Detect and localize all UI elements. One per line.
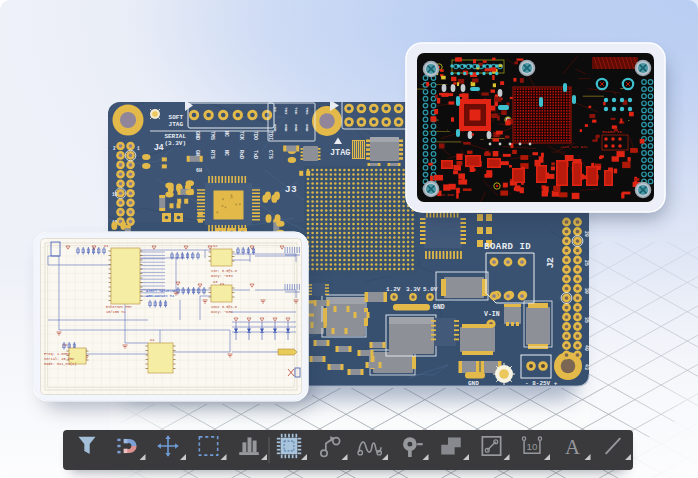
svg-text:GND: GND [284,124,288,132]
svg-text:5.0V: 5.0V [423,286,438,293]
svg-text:TCK: TCK [294,107,298,115]
svg-text:X1: X1 [63,343,67,347]
svg-text:CTS: CTS [267,150,273,159]
svg-text:(3.3V): (3.3V) [164,140,186,147]
svg-text:TxD: TxD [252,150,258,159]
svg-text:Atmel SAM4E16E: Atmel SAM4E16E [146,289,176,293]
svg-text:JTAG: JTAG [169,121,184,128]
svg-text:U2: U2 [213,244,217,248]
svg-text:Vout 3.3@1.8: Vout 3.3@1.8 [211,305,237,309]
svg-text:NC: NC [223,150,229,156]
svg-text:U1: U1 [104,244,108,248]
svg-text:V-IN: V-IN [484,311,500,318]
svg-text:+12V,12V ATX: +12V,12V ATX [560,145,588,149]
svg-text:JTAG: JTAG [330,148,350,158]
svg-text:Freq: 1.8MHz: Freq: 1.8MHz [44,352,70,356]
svg-text:TDI: TDI [284,107,288,115]
svg-text:SERIAL: SERIAL [164,133,186,140]
svg-text:GND: GND [433,304,445,311]
svg-text:6H: 6H [196,168,202,174]
svg-text:BOARD ID: BOARD ID [602,130,623,134]
svg-text:TCK: TCK [238,131,244,140]
svg-text:U3: U3 [213,280,217,284]
svg-text:RTS: RTS [209,150,215,159]
svg-text:25: 25 [584,260,589,266]
svg-text:TDO: TDO [252,131,258,140]
svg-text:10/100 TX: 10/100 TX [106,310,126,314]
svg-text:SOFT: SOFT [169,114,184,121]
svg-text:J3: J3 [285,183,298,194]
svg-text:35: 35 [584,317,589,323]
svg-text:20: 20 [584,231,589,237]
svg-text:30: 30 [584,288,589,294]
svg-text:A: A [565,436,580,458]
svg-text:10: 10 [527,441,538,452]
svg-text:TMS: TMS [305,107,309,115]
svg-text:3.3V: 3.3V [406,286,421,293]
svg-text:1.2V: 1.2V [386,286,401,293]
svg-text:TMS: TMS [209,131,215,140]
svg-text:10: 10 [112,192,118,197]
svg-text:U4: U4 [150,338,154,342]
svg-text:40: 40 [584,345,589,351]
svg-text:Duty: ~63%: Duty: ~63% [211,274,233,278]
svg-text:J4: J4 [154,142,164,152]
svg-text:Mode: M41_M4(1): Mode: M41_M4(1) [44,362,76,366]
svg-text:Ethernet PHY: Ethernet PHY [106,305,133,309]
svg-text:Duty: ~63%: Duty: ~63% [211,310,233,314]
svg-text:GND: GND [273,124,277,132]
svg-text:43: 43 [584,364,589,370]
svg-text:NC: NC [223,131,229,137]
svg-text:BOARD ID: BOARD ID [484,242,531,252]
svg-text:GND: GND [294,124,298,132]
svg-text:2: 2 [113,146,116,151]
svg-text:ARM Cortex M4: ARM Cortex M4 [146,294,174,298]
svg-text:J2: J2 [544,257,555,268]
svg-text:NC: NC [273,107,277,113]
svg-text:GND: GND [194,131,200,140]
svg-text:Vin: 3.3@1.8: Vin: 3.3@1.8 [211,269,237,273]
svg-text:GND: GND [305,124,309,132]
svg-text:RxD: RxD [238,150,244,159]
svg-text:Serial: 45 kHz: Serial: 45 kHz [44,357,74,361]
svg-text:1: 1 [137,146,140,151]
